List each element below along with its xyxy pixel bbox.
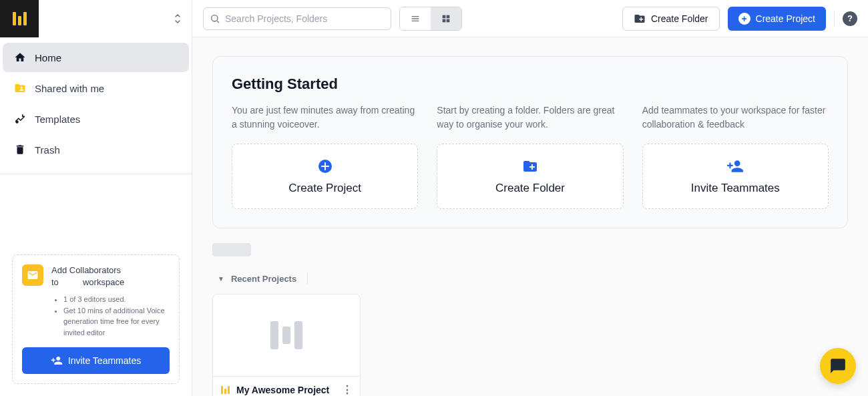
collab-title-prefix: to (51, 277, 59, 287)
getting-started-title: Getting Started (232, 75, 829, 93)
divider (834, 11, 835, 27)
gs-desc: Start by creating a folder. Folders are … (437, 104, 623, 132)
view-toggle (399, 7, 462, 31)
divider (307, 272, 308, 284)
collab-bullet: 1 of 3 editors used. (63, 294, 170, 305)
folder-add-icon (521, 158, 539, 175)
recent-projects-header[interactable]: ▼ Recent Projects (212, 268, 848, 294)
chevron-updown-icon (173, 13, 182, 25)
svg-rect-7 (443, 19, 446, 22)
nav-label: Templates (35, 114, 80, 125)
caret-down-icon: ▼ (218, 275, 224, 282)
gs-desc: Add teammates to your workspace for fast… (642, 104, 829, 132)
folder-shared-icon (13, 81, 27, 95)
collab-bullet: Get 10 mins of additional Voice generati… (63, 305, 170, 339)
nav-label: Home (35, 52, 61, 63)
create-folder-button[interactable]: Create Folder (622, 7, 720, 31)
chat-widget-button[interactable] (820, 348, 856, 384)
chat-icon (829, 357, 847, 375)
folder-add-icon (634, 13, 646, 25)
person-add-icon (726, 158, 744, 175)
gs-action-label: Create Project (288, 182, 361, 195)
collaborators-card: Add Collaborators to workspace 1 of 3 ed… (12, 254, 180, 384)
project-name: My Awesome Project (236, 385, 335, 395)
grid-view-button[interactable] (431, 7, 461, 30)
gs-action-label: Create Folder (495, 182, 565, 195)
list-view-button[interactable] (400, 7, 431, 30)
getting-started-card: Getting Started You are just few minutes… (212, 56, 848, 228)
search-input[interactable] (203, 7, 391, 30)
nav-home[interactable]: Home (3, 43, 189, 72)
list-icon (410, 13, 421, 24)
gs-create-project[interactable]: Create Project (232, 144, 418, 209)
nav-trash[interactable]: Trash (3, 135, 189, 164)
create-project-button[interactable]: + Create Project (728, 7, 826, 31)
mail-icon (22, 264, 43, 286)
collab-title-suffix: workspace (83, 277, 124, 287)
nav-shared[interactable]: Shared with me (3, 73, 189, 103)
nav-label: Trash (35, 144, 60, 156)
trash-icon (13, 143, 27, 156)
app-logo[interactable] (0, 0, 39, 37)
home-icon (13, 51, 27, 64)
collab-title-line1: Add Collaborators (51, 265, 121, 275)
grid-icon (441, 13, 451, 24)
loading-placeholder (212, 243, 251, 256)
nav-templates[interactable]: Templates (3, 104, 189, 134)
project-logo-icon (221, 386, 230, 394)
svg-point-1 (212, 15, 218, 21)
plus-circle-icon: + (738, 13, 750, 25)
create-folder-label: Create Folder (651, 13, 708, 24)
recent-projects-title: Recent Projects (231, 274, 296, 284)
project-thumbnail (213, 294, 360, 376)
svg-rect-6 (447, 15, 450, 18)
workspace-selector[interactable] (39, 0, 192, 37)
gs-invite-teammates[interactable]: Invite Teammates (642, 144, 829, 209)
help-button[interactable]: ? (843, 11, 857, 26)
nav-label: Shared with me (35, 83, 104, 94)
templates-icon (13, 112, 27, 126)
svg-rect-5 (443, 15, 446, 18)
invite-teammates-button[interactable]: Invite Teammates (22, 347, 170, 374)
create-project-label: Create Project (756, 13, 815, 24)
search-icon (210, 13, 220, 24)
project-menu-button[interactable]: ⋮ (342, 383, 352, 396)
gs-action-label: Invite Teammates (691, 182, 780, 195)
gs-create-folder[interactable]: Create Folder (437, 144, 623, 209)
svg-rect-8 (447, 19, 450, 22)
svg-point-0 (16, 121, 18, 123)
gs-desc: You are just few minutes away from creat… (232, 104, 418, 132)
project-card[interactable]: My Awesome Project ⋮ (212, 294, 361, 396)
person-add-icon (51, 355, 63, 367)
plus-circle-icon (316, 158, 334, 175)
invite-btn-label: Invite Teammates (68, 355, 141, 366)
